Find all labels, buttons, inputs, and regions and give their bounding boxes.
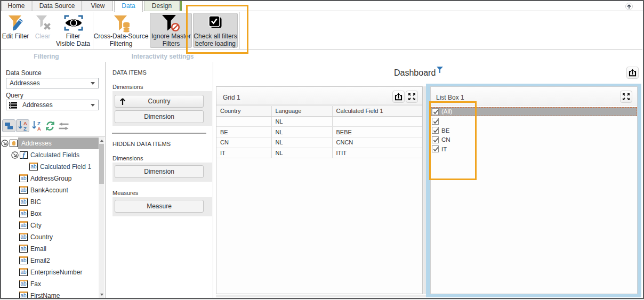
svg-text:A: A — [37, 126, 41, 131]
svg-text:Z: Z — [23, 126, 27, 131]
